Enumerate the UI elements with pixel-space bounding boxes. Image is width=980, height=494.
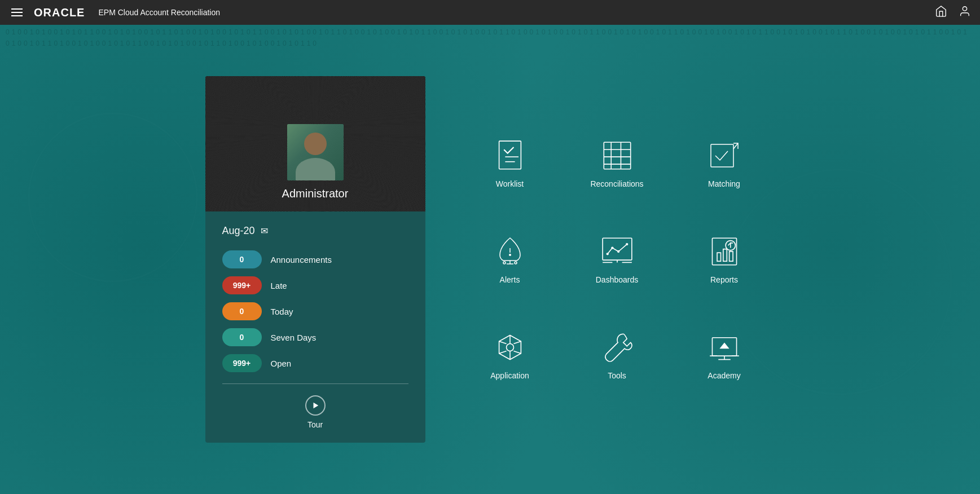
svg-point-22 bbox=[617, 250, 619, 253]
svg-rect-11 bbox=[711, 144, 733, 167]
stat-row-late[interactable]: 999+ Late bbox=[222, 276, 408, 294]
svg-rect-19 bbox=[603, 238, 632, 260]
nav-item-worklist[interactable]: Worklist bbox=[459, 118, 561, 209]
reconciliations-icon bbox=[600, 139, 634, 173]
tools-icon bbox=[600, 330, 634, 364]
stat-label-seven-days: Seven Days bbox=[271, 333, 317, 342]
nav-item-reports[interactable]: Reports bbox=[674, 214, 775, 305]
nav-label-application: Application bbox=[490, 371, 529, 380]
stat-badge-late[interactable]: 999+ bbox=[222, 276, 262, 294]
app-title: EPM Cloud Account Reconciliation bbox=[98, 8, 220, 17]
application-icon bbox=[493, 330, 527, 364]
nav-label-worklist: Worklist bbox=[496, 179, 524, 188]
nav-label-alerts: Alerts bbox=[500, 275, 520, 284]
stats-container: 0 Announcements 999+ Late 0 Today 0 Seve… bbox=[222, 250, 408, 372]
hamburger-menu[interactable] bbox=[9, 6, 25, 19]
user-card-header: Administrator bbox=[205, 76, 425, 211]
user-card-body: Aug-20 ✉ 0 Announcements 999+ Late 0 Tod… bbox=[205, 211, 425, 443]
svg-point-18 bbox=[515, 262, 517, 264]
stat-row-today[interactable]: 0 Today bbox=[222, 302, 408, 320]
user-card: Administrator Aug-20 ✉ 0 Announcements 9… bbox=[205, 76, 425, 443]
svg-rect-2 bbox=[499, 141, 521, 169]
svg-line-35 bbox=[499, 341, 506, 343]
stat-row-announcements[interactable]: 0 Announcements bbox=[222, 250, 408, 268]
stat-row-seven-days[interactable]: 0 Seven Days bbox=[222, 328, 408, 346]
svg-line-36 bbox=[513, 351, 521, 353]
svg-point-21 bbox=[611, 246, 613, 249]
nav-item-application[interactable]: Application bbox=[459, 310, 561, 400]
svg-point-23 bbox=[626, 243, 628, 245]
svg-point-32 bbox=[506, 344, 513, 351]
mail-icon[interactable]: ✉ bbox=[261, 226, 268, 236]
nav-label-reports: Reports bbox=[710, 275, 738, 284]
stat-badge-today[interactable]: 0 bbox=[222, 302, 262, 320]
nav-label-reconciliations: Reconciliations bbox=[590, 179, 643, 188]
svg-point-17 bbox=[503, 262, 506, 264]
topbar-actions bbox=[935, 5, 971, 20]
svg-point-20 bbox=[606, 253, 608, 255]
tour-section[interactable]: Tour bbox=[222, 395, 408, 429]
nav-item-academy[interactable]: Academy bbox=[674, 310, 775, 400]
user-name: Administrator bbox=[282, 187, 349, 200]
nav-item-matching[interactable]: Matching bbox=[674, 118, 775, 209]
tour-play-icon bbox=[305, 395, 326, 416]
main-content: Administrator Aug-20 ✉ 0 Announcements 9… bbox=[0, 25, 980, 494]
nav-label-academy: Academy bbox=[707, 371, 740, 380]
svg-marker-40 bbox=[719, 342, 729, 349]
svg-rect-30 bbox=[729, 252, 732, 261]
dashboards-icon bbox=[600, 235, 634, 268]
svg-line-37 bbox=[513, 341, 521, 343]
stat-label-today: Today bbox=[271, 307, 293, 316]
nav-item-tools[interactable]: Tools bbox=[566, 310, 668, 400]
stat-label-announcements: Announcements bbox=[271, 255, 332, 264]
nav-label-dashboards: Dashboards bbox=[596, 275, 639, 284]
academy-icon bbox=[707, 330, 741, 364]
nav-item-reconciliations[interactable]: Reconciliations bbox=[566, 118, 668, 209]
stat-badge-announcements[interactable]: 0 bbox=[222, 250, 262, 268]
stat-badge-seven-days[interactable]: 0 bbox=[222, 328, 262, 346]
date-row: Aug-20 ✉ bbox=[222, 225, 408, 237]
matching-icon bbox=[707, 139, 741, 173]
current-date: Aug-20 bbox=[222, 225, 255, 237]
svg-line-12 bbox=[733, 143, 738, 149]
tour-label: Tour bbox=[307, 420, 323, 429]
stat-label-late: Late bbox=[271, 281, 287, 290]
reports-icon bbox=[707, 235, 741, 268]
svg-marker-1 bbox=[313, 403, 318, 409]
nav-item-alerts[interactable]: Alerts bbox=[459, 214, 561, 305]
alerts-icon bbox=[493, 235, 527, 268]
svg-line-38 bbox=[499, 351, 506, 353]
stat-row-open[interactable]: 999+ Open bbox=[222, 354, 408, 372]
nav-grid: Worklist Reconciliations Matching bbox=[459, 118, 775, 400]
nav-label-tools: Tools bbox=[608, 371, 626, 380]
nav-label-matching: Matching bbox=[708, 179, 740, 188]
card-divider bbox=[222, 383, 408, 384]
oracle-logo: ORACLE bbox=[34, 6, 85, 19]
worklist-icon bbox=[493, 139, 527, 173]
user-icon[interactable] bbox=[959, 5, 971, 20]
svg-point-0 bbox=[963, 6, 966, 10]
user-avatar-container: Administrator bbox=[282, 124, 349, 200]
nav-item-dashboards[interactable]: Dashboards bbox=[566, 214, 668, 305]
stat-badge-open[interactable]: 999+ bbox=[222, 354, 262, 372]
home-icon[interactable] bbox=[935, 5, 947, 20]
svg-point-15 bbox=[509, 254, 511, 256]
topbar: ORACLE EPM Cloud Account Reconciliation bbox=[0, 0, 980, 25]
svg-rect-5 bbox=[604, 142, 630, 169]
avatar bbox=[287, 124, 344, 180]
svg-rect-29 bbox=[723, 249, 726, 262]
stat-label-open: Open bbox=[271, 359, 292, 368]
svg-rect-28 bbox=[717, 253, 720, 261]
